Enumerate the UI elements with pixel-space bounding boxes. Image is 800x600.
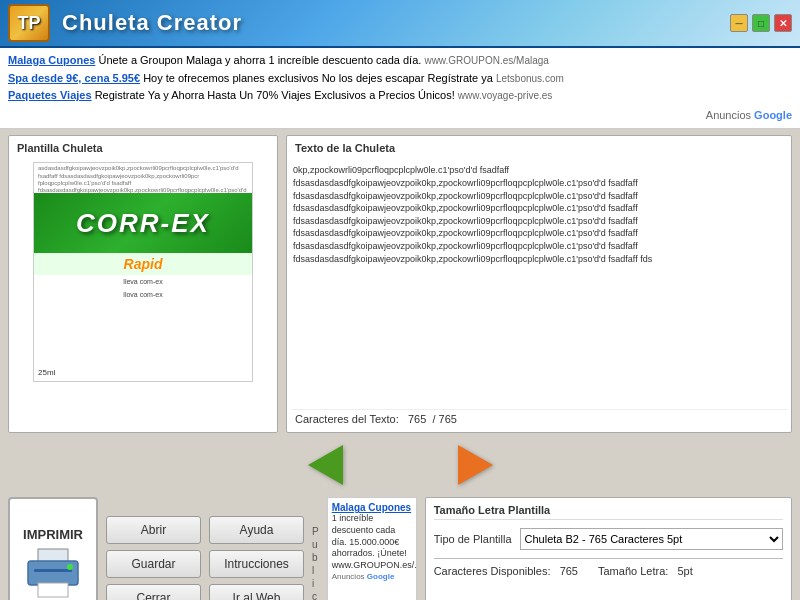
ad-text-1: Únete a Groupon Malaga y ahorra 1 increí… <box>98 54 421 66</box>
small-google-brand: Google <box>367 572 395 581</box>
ad-row-1: Malaga Cupones Únete a Groupon Malaga y … <box>8 52 792 70</box>
print-label: IMPRIMIR <box>23 527 83 542</box>
char-value: 765 <box>408 413 426 425</box>
next-arrow-button[interactable] <box>440 445 510 485</box>
chuleta-preview: asdasdasdfgkoipawjeovzpoik0kp,zpockowrli… <box>33 162 253 382</box>
print-area[interactable]: IMPRIMIR <box>8 497 98 600</box>
right-panel: Texto de la Chuleta 0kp,zpockowrli09pcrf… <box>286 135 792 433</box>
tipo-plantilla-row: Tipo de Plantilla Chuleta B2 - 765 Carac… <box>434 528 783 550</box>
btn-row-3: Cerrar Ir al Web <box>106 584 304 600</box>
ad-link-3[interactable]: Paquetes Viajes <box>8 89 92 101</box>
app-title: Chuleta Creator <box>62 10 242 36</box>
right-arrow-icon <box>458 445 493 485</box>
ad-url-1: www.GROUPON.es/Malaga <box>424 55 548 66</box>
tamano-label: Tamaño Letra: <box>598 565 668 577</box>
tipo-label: Tipo de Plantilla <box>434 533 512 545</box>
ad-google-label: Anuncios Google <box>8 107 792 125</box>
small-ad-title[interactable]: Malaga Cupones <box>332 502 412 513</box>
chuleta-header: CORR-EX <box>34 193 252 253</box>
svg-rect-2 <box>38 583 68 597</box>
ad-text-2: Hoy te ofrecemos planes exclusivos No lo… <box>143 72 493 84</box>
ad-row-2: Spa desde 9€, cena 5.95€ Hoy te ofrecemo… <box>8 70 792 88</box>
prev-arrow-button[interactable] <box>290 445 360 485</box>
char-label: Caracteres del Texto: <box>295 413 399 425</box>
chuleta-text-content[interactable]: 0kp,zpockowrli09pcrfloqpcplcplw0le.c1'ps… <box>291 162 787 409</box>
instrucciones-button[interactable]: Intrucciones <box>209 550 304 578</box>
svg-rect-3 <box>34 569 72 572</box>
printer-svg <box>24 547 82 599</box>
ad-link-2[interactable]: Spa desde 9€, cena 5.95€ <box>8 72 140 84</box>
printer-icon <box>23 546 83 600</box>
ad-url-3: www.voyage-prive.es <box>458 90 552 101</box>
cerrar-button[interactable]: Cerrar <box>106 584 201 600</box>
right-panel-title: Texto de la Chuleta <box>291 140 787 156</box>
window-controls: ─ □ ✕ <box>730 14 792 32</box>
btn-row-2: Guardar Intrucciones <box>106 550 304 578</box>
small-ad-text: 1 increíble descuento cada día. 15.000.0… <box>332 513 412 571</box>
title-bar: TP Chuleta Creator ─ □ ✕ <box>0 0 800 48</box>
left-panel-title: Plantilla Chuleta <box>13 140 273 156</box>
abrir-button[interactable]: Abrir <box>106 516 201 544</box>
letter-indicators: Public <box>312 497 319 600</box>
google-brand: Google <box>754 109 792 121</box>
left-panel: Plantilla Chuleta asdasdasdfgkoipawjeovz… <box>8 135 278 433</box>
caracteres-label: Caracteres Disponibles: <box>434 565 551 577</box>
font-panel: Tamaño Letra Plantilla Tipo de Plantilla… <box>425 497 792 600</box>
caracteres-value: 765 <box>560 565 578 577</box>
font-info: Caracteres Disponibles: 765 Tamaño Letra… <box>434 565 783 577</box>
iralweb-button[interactable]: Ir al Web <box>209 584 304 600</box>
chuleta-brand: CORR-EX <box>76 208 210 239</box>
chuleta-subtitle: Rapid <box>34 253 252 275</box>
tipo-select[interactable]: Chuleta B2 - 765 Caracteres 5ptChuleta A… <box>520 528 783 550</box>
ad-link-1[interactable]: Malaga Cupones <box>8 54 95 66</box>
bottom-section: IMPRIMIR Abrir Ayuda Guardar Intrucci <box>0 491 800 600</box>
main-content: Plantilla Chuleta asdasdasdfgkoipawjeovz… <box>0 129 800 439</box>
action-buttons: Abrir Ayuda Guardar Intrucciones Cerrar … <box>106 497 304 600</box>
chuleta-small-text2: llova com-ex <box>34 288 252 301</box>
left-arrow-icon <box>308 445 343 485</box>
chuleta-small-text1: lleva com-ex <box>34 275 252 288</box>
tamano-value: 5pt <box>677 565 692 577</box>
caracteres-info: Caracteres Disponibles: 765 <box>434 565 578 577</box>
small-ad-google: Anuncios Google <box>332 572 412 581</box>
minimize-button[interactable]: ─ <box>730 14 748 32</box>
guardar-button[interactable]: Guardar <box>106 550 201 578</box>
nav-arrows <box>0 439 800 491</box>
ad-row-3: Paquetes Viajes Registrate Ya y Ahorra H… <box>8 87 792 105</box>
char-max: 765 <box>439 413 457 425</box>
char-count: Caracteres del Texto: 765 / 765 <box>291 409 787 428</box>
ad-text-3: Registrate Ya y Ahorra Hasta Un 70% Viaj… <box>95 89 455 101</box>
small-ad-area: Malaga Cupones 1 increíble descuento cad… <box>327 497 417 600</box>
maximize-button[interactable]: □ <box>752 14 770 32</box>
ayuda-button[interactable]: Ayuda <box>209 516 304 544</box>
btn-row-1: Abrir Ayuda <box>106 516 304 544</box>
app-logo: TP <box>8 4 50 42</box>
font-panel-title: Tamaño Letra Plantilla <box>434 504 783 520</box>
ad-url-2: Letsbonus.com <box>496 73 564 84</box>
svg-point-4 <box>67 564 73 570</box>
ad-bar: Malaga Cupones Únete a Groupon Malaga y … <box>0 48 800 129</box>
tamano-info: Tamaño Letra: 5pt <box>598 565 693 577</box>
close-button[interactable]: ✕ <box>774 14 792 32</box>
